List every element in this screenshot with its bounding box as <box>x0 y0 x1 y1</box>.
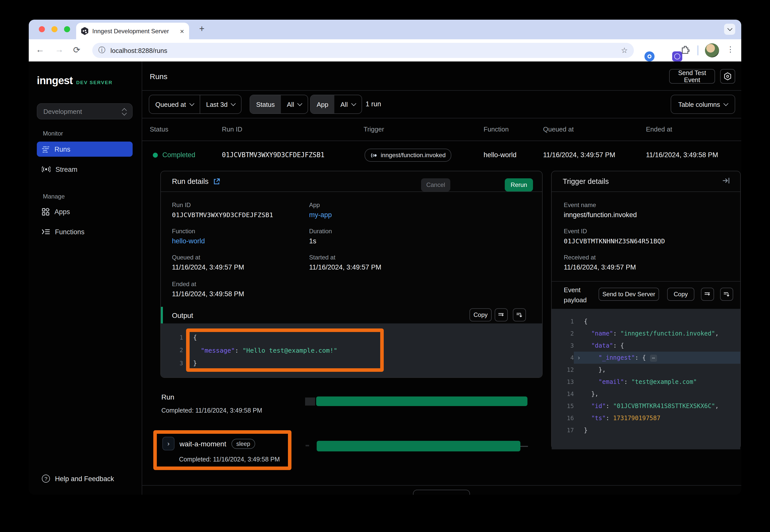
bookmark-star-icon[interactable]: ☆ <box>621 46 628 55</box>
step-row: › wait-a-moment sleep <box>162 437 255 450</box>
logo: inngest DEV SERVER <box>37 75 113 87</box>
code-text: } <box>193 359 197 367</box>
line-number: 15 <box>552 403 574 410</box>
page-title: Runs <box>150 72 167 81</box>
line-number: 1 <box>552 318 574 325</box>
column-header-function[interactable]: Function <box>483 125 509 133</box>
line-number: 4 <box>552 354 574 361</box>
time-range-dropdown[interactable]: Last 3d <box>200 95 241 113</box>
tab-search-button[interactable] <box>724 24 735 35</box>
inngest-wordmark: inngest <box>37 75 73 87</box>
code-line: 17} <box>552 424 740 436</box>
code-line: 1{ <box>552 315 740 327</box>
reload-icon[interactable]: ⟳ <box>73 45 80 55</box>
send-test-event-button[interactable]: Send Test Event <box>669 69 715 84</box>
macos-zoom-button[interactable] <box>64 26 70 32</box>
scroll-to-bottom-button[interactable] <box>720 288 733 301</box>
site-info-icon[interactable]: ⓘ <box>98 46 105 55</box>
table-header-divider <box>142 141 741 141</box>
row-run-id: 01JCVBTMV3WXY9D3CFDEJFZSB1 <box>222 151 325 159</box>
code-line: 13 "email": "test@example.com" <box>552 376 740 388</box>
rerun-button[interactable]: Rerun <box>505 178 533 191</box>
step-name: wait-a-moment <box>179 440 226 448</box>
chevron-down-icon <box>231 101 236 106</box>
output-accent-bar <box>161 307 162 323</box>
sidebar-item-runs[interactable]: Runs <box>37 142 133 157</box>
collapse-panel-button[interactable] <box>723 177 730 186</box>
line-number: 16 <box>552 415 574 422</box>
browser-toolbar: ← → ⟳ ⓘ localhost:8288/runs ☆ ⋮ <box>29 39 741 61</box>
column-header-run-id[interactable]: Run ID <box>222 125 242 133</box>
status-filter: Status All <box>250 95 308 114</box>
macos-close-button[interactable] <box>39 26 45 32</box>
address-bar[interactable]: ⓘ localhost:8288/runs ☆ <box>92 43 634 58</box>
column-header-status[interactable]: Status <box>150 125 168 133</box>
field-label: Started at <box>309 254 381 261</box>
pagination-button-cutoff[interactable] <box>413 490 470 495</box>
row-status: Completed <box>162 151 196 159</box>
sidebar-item-apps[interactable]: Apps <box>37 204 133 219</box>
step-timeline-bar[interactable] <box>317 441 520 451</box>
collapse-chevron-icon[interactable]: › <box>574 354 584 361</box>
function-link[interactable]: hello-world <box>172 237 205 245</box>
code-text: "ts": 1731790197587 <box>584 415 660 422</box>
app-link[interactable]: my-app <box>309 211 332 219</box>
password-manager-extension-icon[interactable] <box>645 51 655 61</box>
status-filter-value: All <box>287 101 294 108</box>
row-ended-at: 11/16/2024, 3:49:58 PM <box>646 151 718 159</box>
url-text: localhost:8288/runs <box>110 47 616 54</box>
external-link-icon[interactable] <box>213 178 220 185</box>
event-payload-label: Event payload <box>564 285 595 306</box>
close-tab-icon[interactable]: × <box>180 27 184 35</box>
environment-selector[interactable]: Development <box>37 103 133 119</box>
macos-minimize-button[interactable] <box>51 26 57 32</box>
field-label: Received at <box>564 254 636 261</box>
sidebar-item-functions[interactable]: Functions <box>37 224 133 239</box>
field-label: Function <box>172 228 205 235</box>
run-timeline-bar[interactable] <box>316 396 527 406</box>
event-name-value: inngest/function.invoked <box>564 211 637 219</box>
help-and-feedback[interactable]: ? Help and Feedback <box>42 475 114 483</box>
trigger-details-header: Trigger details <box>552 171 740 192</box>
column-header-ended-at[interactable]: Ended at <box>646 125 672 133</box>
extensions-puzzle-icon[interactable] <box>681 45 690 56</box>
queued-at-value: 11/16/2024, 3:49:57 PM <box>172 263 244 271</box>
line-number: 3 <box>552 342 574 349</box>
table-columns-dropdown[interactable]: Table columns <box>671 95 735 114</box>
field-label: Event ID <box>564 228 665 235</box>
browser-tab[interactable]: Inngest Development Server × <box>76 23 189 39</box>
app-filter-dropdown[interactable]: All <box>334 95 361 113</box>
row-trigger: inngest/function.invoked <box>381 152 446 159</box>
forward-icon[interactable]: → <box>55 45 63 55</box>
expand-step-button[interactable]: › <box>162 437 174 450</box>
line-number: 1 <box>161 334 183 341</box>
functions-icon <box>42 229 50 235</box>
column-header-trigger[interactable]: Trigger <box>364 125 384 133</box>
copy-payload-button[interactable]: Copy <box>667 288 694 301</box>
code-text: "data": { <box>584 342 624 349</box>
cancel-button[interactable]: Cancel <box>421 178 450 191</box>
kebab-menu-icon[interactable]: ⋮ <box>727 45 734 54</box>
column-header-queued-at[interactable]: Queued at <box>543 125 573 133</box>
send-to-dev-server-button[interactable]: Send to Dev Server <box>599 288 659 301</box>
wrap-text-button[interactable] <box>701 288 714 301</box>
time-range-value: Last 3d <box>206 101 228 108</box>
table-columns-label: Table columns <box>678 101 720 108</box>
runs-icon <box>42 146 49 152</box>
timeline-run-completed: Completed: 11/16/2024, 3:49:58 PM <box>161 407 262 414</box>
back-icon[interactable]: ← <box>36 45 44 55</box>
wrap-text-button[interactable] <box>495 308 508 321</box>
trigger-pill[interactable]: inngest/function.invoked <box>365 149 451 162</box>
copy-output-button[interactable]: Copy <box>469 308 492 321</box>
new-tab-button[interactable]: + <box>199 24 205 34</box>
screenshot-root: Inngest Development Server × + ← → ⟳ ⓘ l… <box>0 0 770 532</box>
time-field-dropdown[interactable]: Queued at <box>149 95 200 113</box>
status-filter-dropdown[interactable]: All <box>281 95 308 113</box>
settings-button[interactable] <box>720 69 735 84</box>
sidebar-item-stream[interactable]: Stream <box>37 162 133 177</box>
status-dot <box>153 153 158 158</box>
step-bar-tail <box>520 446 528 447</box>
event-id-value: 01JCVBTMTKNHNHZ3SN64R51BQD <box>564 237 665 245</box>
profile-avatar[interactable] <box>705 43 719 57</box>
scroll-to-bottom-button[interactable] <box>513 308 526 321</box>
